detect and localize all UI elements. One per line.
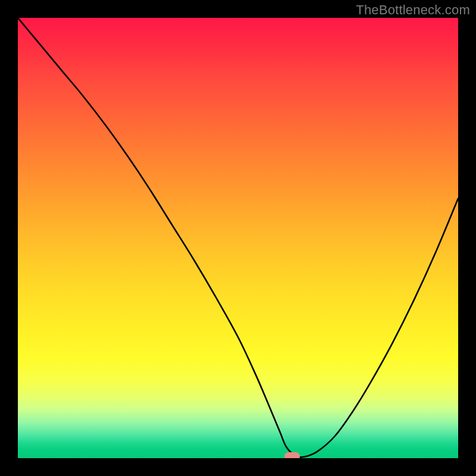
watermark-text: TheBottleneck.com xyxy=(356,2,470,18)
optimal-point-marker xyxy=(284,452,300,458)
bottleneck-curve xyxy=(18,18,458,458)
plot-area xyxy=(18,18,458,458)
